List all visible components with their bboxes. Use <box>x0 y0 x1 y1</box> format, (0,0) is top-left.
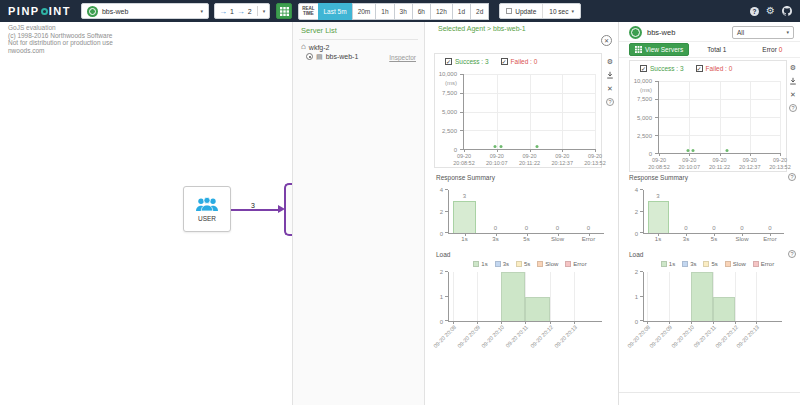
gojs-watermark: GoJS evaluation (c) 1998-2016 Northwoods… <box>8 24 113 54</box>
user-node-label: USER <box>198 215 216 222</box>
server-icon: ▤ <box>316 53 323 60</box>
chart-settings-gear-icon[interactable]: ⚙ <box>790 64 796 71</box>
selected-agent-panel: Selected Agent > bbs-web-1 ✕ ✓ Success :… <box>426 22 618 405</box>
failed-checkbox[interactable]: ✓ <box>501 58 508 65</box>
outbound-arrow-icon: → <box>237 7 245 16</box>
logo-text-right: INT <box>49 5 71 17</box>
success-checkbox[interactable]: ✓ <box>640 65 647 72</box>
failed-toggle[interactable]: ✓ Failed : 0 <box>696 65 733 72</box>
server-map-canvas[interactable]: GoJS evaluation (c) 1998-2016 Northwoods… <box>0 22 292 405</box>
app-response-time-chart: 09-2020:08:5209-2020:10:0709-2020:11:220… <box>630 76 786 171</box>
edge-user-to-app <box>231 209 280 211</box>
update-controls: Update 10 sec ▾ <box>499 3 581 19</box>
success-toggle[interactable]: ✓ Success : 3 <box>445 58 489 65</box>
user-node[interactable]: USER <box>183 186 231 232</box>
app-response-summary-chart: 31s03s05s0Slow0Error024 <box>629 182 792 246</box>
download-icon[interactable] <box>606 71 614 79</box>
divider <box>299 39 418 40</box>
server-list-panel: Server List ⌂ wkfg-2 ▤ bbs-web-1 Inspect… <box>292 22 425 405</box>
time-range-1h[interactable]: 1h <box>375 3 394 20</box>
total-value: 1 <box>723 46 727 53</box>
host-name: wkfg-2 <box>309 44 330 51</box>
inspector-link[interactable]: Inspector <box>389 54 416 61</box>
help-icon[interactable]: ? <box>788 250 796 258</box>
chevron-down-icon[interactable]: ▾ <box>263 8 266 14</box>
server-list-agent-row[interactable]: ▤ bbs-web-1 <box>306 53 358 60</box>
application-selector[interactable]: bbs-web ▾ <box>81 3 209 19</box>
chart-settings-gear-icon[interactable]: ⚙ <box>607 58 613 65</box>
close-icon[interactable]: ✕ <box>601 35 612 46</box>
grid-icon <box>280 7 289 16</box>
chart-help-icon[interactable]: ? <box>606 98 614 106</box>
application-selector-value: bbs-web <box>102 8 128 15</box>
outbound-depth-value: 2 <box>248 8 252 15</box>
inbound-arrow-icon: → <box>219 7 227 16</box>
agent-filter-value: All <box>737 29 744 36</box>
success-checkbox[interactable]: ✓ <box>445 58 452 65</box>
failed-toggle[interactable]: ✓ Failed : 0 <box>501 58 538 65</box>
app-response-chart-box: ✓ Success : 3 ✓ Failed : 0 09-2020:08:52… <box>629 60 787 172</box>
depth-selector[interactable]: → 1 → 2 ▾ <box>214 3 270 19</box>
application-icon <box>87 6 98 17</box>
help-icon[interactable]: ? <box>750 7 759 16</box>
time-range-2d[interactable]: 2d <box>470 3 489 20</box>
agent-series-toggles: ✓ Success : 3 ✓ Failed : 0 <box>435 54 601 69</box>
logo-text-left: PINP <box>8 5 40 17</box>
pinpoint-target-icon <box>41 8 48 15</box>
agent-chart-tools: ⚙ ✕ ? <box>604 58 616 106</box>
home-icon: ⌂ <box>301 43 306 51</box>
agent-name: bbs-web-1 <box>326 53 359 60</box>
chart-expand-icon[interactable]: ✕ <box>790 91 796 98</box>
help-icon[interactable]: ? <box>788 173 796 181</box>
success-toggle[interactable]: ✓ Success : 3 <box>640 65 684 72</box>
load-title: Load <box>629 251 643 258</box>
time-range-12h[interactable]: 12h <box>430 3 453 20</box>
agent-load-chart: 1s3s5sSlowError09-20 20:0809-20 20:0909-… <box>434 259 612 354</box>
inbound-depth-value: 1 <box>230 8 234 15</box>
divider <box>257 6 258 16</box>
update-checkbox[interactable] <box>506 8 512 14</box>
application-header: bbs-web All ▾ <box>619 24 800 40</box>
chart-expand-icon[interactable]: ✕ <box>607 85 613 92</box>
load-title: Load <box>436 251 450 258</box>
grid-icon <box>635 46 642 53</box>
main-content: GoJS evaluation (c) 1998-2016 Northwoods… <box>0 22 800 405</box>
chevron-down-icon: ▾ <box>200 8 203 14</box>
agent-response-summary-chart: 31s03s05s0Slow0Error024 <box>434 182 612 246</box>
settings-gear-icon[interactable]: ⚙ <box>766 6 775 16</box>
time-range-group: REAL TIME Last 5m 20m 1h 3h 6h 12h 1d 2d <box>298 3 489 20</box>
pinpoint-logo: PINP INT <box>8 5 71 17</box>
agent-radio-button[interactable] <box>306 53 313 60</box>
response-summary-title: Response Summary <box>436 174 495 181</box>
application-summary-row: View Servers Total 1 Error 0 <box>619 41 800 58</box>
time-range-1d[interactable]: 1d <box>452 3 471 20</box>
time-range-20m[interactable]: 20m <box>352 3 377 20</box>
time-range-last5m[interactable]: Last 5m <box>318 3 353 20</box>
application-name: bbs-web <box>647 28 675 37</box>
server-list-title: Server List <box>301 26 337 35</box>
topbar-icons: ? ⚙ <box>750 6 792 16</box>
time-range-3h[interactable]: 3h <box>394 3 413 20</box>
divider <box>619 392 800 393</box>
application-icon <box>629 26 642 39</box>
time-range-6h[interactable]: 6h <box>412 3 431 20</box>
agent-response-time-chart: 09-2020:08:5209-2020:10:0709-2020:11:220… <box>435 69 601 167</box>
github-icon[interactable] <box>782 6 792 16</box>
interval-value: 10 sec <box>549 8 568 15</box>
interval-select[interactable]: 10 sec ▾ <box>542 4 580 18</box>
failed-checkbox[interactable]: ✓ <box>696 65 703 72</box>
realtime-button[interactable]: REAL TIME <box>298 3 318 20</box>
agent-filter-select[interactable]: All ▾ <box>732 26 794 39</box>
download-icon[interactable] <box>789 77 797 85</box>
edge-count-label[interactable]: 3 <box>249 202 257 209</box>
view-servers-button[interactable]: View Servers <box>629 43 689 56</box>
server-map-grid-button[interactable] <box>276 3 292 19</box>
chart-help-icon[interactable]: ? <box>789 104 797 112</box>
users-icon <box>195 196 219 213</box>
server-list-host-row[interactable]: ⌂ wkfg-2 <box>301 43 329 51</box>
pinpoint-app: PINP INT bbs-web ▾ → 1 → 2 ▾ REAL TIME L… <box>0 0 800 405</box>
error-value: 0 <box>779 46 783 53</box>
chevron-down-icon: ▾ <box>786 29 789 35</box>
error-count: Error 0 <box>745 46 800 53</box>
update-toggle[interactable]: Update <box>500 4 542 18</box>
